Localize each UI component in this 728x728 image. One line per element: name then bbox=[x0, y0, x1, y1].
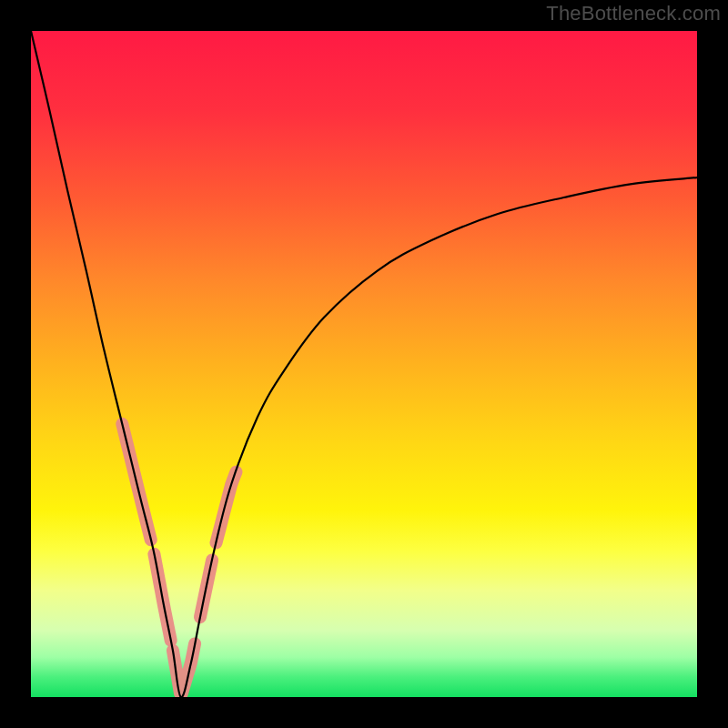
chart-frame: TheBottleneck.com bbox=[0, 0, 728, 728]
marker-layer bbox=[122, 424, 236, 693]
bottleneck-curve bbox=[31, 31, 697, 697]
watermark-text: TheBottleneck.com bbox=[546, 2, 721, 25]
curve-path bbox=[31, 31, 697, 697]
plot-area bbox=[31, 31, 697, 697]
